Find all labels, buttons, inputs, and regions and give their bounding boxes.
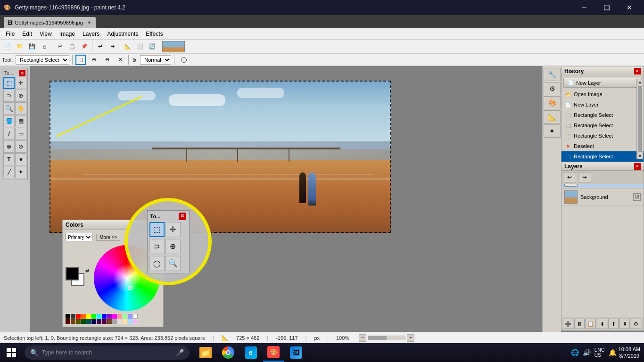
tool-selector[interactable]: Rectangle Select: [16, 55, 69, 65]
purple-swatch[interactable]: [107, 314, 112, 319]
p2-5[interactable]: [86, 319, 91, 324]
taskbar-app-edge[interactable]: e: [240, 343, 261, 362]
orange-swatch[interactable]: [81, 314, 86, 319]
black-swatch[interactable]: [66, 314, 70, 319]
eraser-tool[interactable]: ▭: [15, 128, 26, 140]
move-layer-up-button[interactable]: ⬆: [608, 319, 619, 329]
search-bar[interactable]: 🔍 Type here to search 🎤: [25, 346, 190, 360]
selection-mode-replace[interactable]: ⬚: [75, 55, 86, 65]
right-tb-3[interactable]: 🎨: [544, 96, 561, 109]
pan-tool[interactable]: ✋: [15, 102, 26, 115]
p2-13[interactable]: [128, 319, 132, 324]
close-button[interactable]: ✕: [619, 0, 640, 15]
selection-mode-subtract[interactable]: ⊖: [102, 55, 112, 65]
history-scrollbar[interactable]: ▲ ▼: [636, 79, 643, 159]
p2-9[interactable]: [107, 319, 112, 324]
p2-7[interactable]: [97, 319, 101, 324]
history-rect-select-1[interactable]: ⬚ Rectangle Select: [561, 110, 644, 120]
clone-stamp-tool[interactable]: ⊗: [3, 140, 15, 153]
zoomed-lasso[interactable]: ⊃: [149, 239, 165, 254]
tab-dropdown[interactable]: ▼: [87, 20, 92, 25]
history-rect-select-3[interactable]: ⬚ Rectangle Select: [561, 131, 644, 141]
p2-14[interactable]: [133, 319, 138, 324]
history-close-button[interactable]: ✕: [634, 68, 641, 74]
move-selection-tool[interactable]: ⊕: [15, 90, 26, 102]
scrollbar-down-arrow[interactable]: ▼: [637, 153, 643, 159]
new-file-button[interactable]: 📄: [2, 41, 13, 52]
blue-swatch[interactable]: [102, 314, 107, 319]
recolor-tool[interactable]: ⊘: [15, 140, 26, 153]
merge-layer-button[interactable]: ⬇: [597, 319, 607, 329]
zoomed-ellipse[interactable]: ◯: [149, 256, 165, 271]
red-swatch[interactable]: [76, 314, 81, 319]
menu-edit[interactable]: Edit: [18, 28, 36, 39]
gradient-tool[interactable]: ▤: [15, 115, 26, 127]
scrollbar-up-arrow[interactable]: ▲: [637, 79, 643, 85]
light-red-swatch[interactable]: [117, 314, 122, 319]
p2-4[interactable]: [81, 319, 86, 324]
taskbar-app-fileexplorer[interactable]: 📁: [195, 343, 216, 362]
network-icon[interactable]: 🌐: [571, 349, 579, 356]
zoomed-rect-select[interactable]: ⬚: [149, 222, 165, 237]
antialias-btn[interactable]: ◯: [177, 54, 190, 66]
zoomed-move[interactable]: ✛: [165, 222, 181, 237]
zoomed-close-btn[interactable]: ✕: [179, 213, 186, 220]
p2-6[interactable]: [91, 319, 96, 324]
zoom-tool[interactable]: 🔍: [3, 102, 15, 115]
pink-swatch[interactable]: [112, 314, 117, 319]
battery-icon[interactable]: ENGUS: [594, 347, 605, 358]
shapes-tool[interactable]: ★: [15, 153, 26, 165]
menu-adjustments[interactable]: Adjustments: [103, 28, 142, 39]
toolbox-close-button[interactable]: ✕: [19, 70, 25, 76]
dark-gray-swatch[interactable]: [71, 314, 75, 319]
volume-icon[interactable]: 🔊: [583, 349, 591, 356]
redo-button[interactable]: ↪: [107, 41, 118, 52]
rotate-button[interactable]: 🔄: [147, 41, 158, 52]
p2-2[interactable]: [71, 319, 75, 324]
layer-properties-button[interactable]: ⚙: [631, 319, 641, 329]
taskbar-app-chrome[interactable]: [218, 343, 239, 362]
paste-button[interactable]: 📌: [79, 41, 90, 52]
undo-button[interactable]: ↩: [94, 41, 106, 52]
zoom-slider[interactable]: [368, 336, 405, 340]
rect-select-tool[interactable]: ⬚: [3, 77, 15, 89]
selection-mode-add[interactable]: ⊕: [89, 55, 99, 65]
taskbar-app-photos[interactable]: 🖼: [286, 343, 306, 362]
zoom-out-button[interactable]: −: [359, 334, 366, 342]
duplicate-layer-button[interactable]: 📋: [586, 319, 596, 329]
start-button[interactable]: [0, 343, 23, 362]
line-tool[interactable]: ╱: [3, 166, 15, 178]
selection-mode-intersect[interactable]: ⊗: [115, 55, 125, 65]
print-button[interactable]: 🖨: [39, 41, 50, 52]
blend-mode-select[interactable]: Normal: [140, 55, 171, 65]
move-layer-down-button[interactable]: ⬇: [619, 319, 630, 329]
menu-layers[interactable]: Layers: [79, 28, 103, 39]
green-swatch[interactable]: [91, 314, 96, 319]
search-placeholder[interactable]: Type here to search: [42, 349, 172, 356]
p2-3[interactable]: [76, 319, 81, 324]
lasso-tool[interactable]: ⊃: [3, 90, 15, 102]
menu-view[interactable]: View: [36, 28, 56, 39]
open-button[interactable]: 📁: [14, 41, 25, 52]
p2-8[interactable]: [102, 319, 107, 324]
history-rect-select-2[interactable]: ⬚ Rectangle Select: [561, 120, 644, 131]
swap-colors-icon[interactable]: ⇄: [85, 268, 89, 273]
p2-11[interactable]: [117, 319, 122, 324]
menu-file[interactable]: File: [2, 28, 18, 39]
minimize-button[interactable]: ─: [573, 0, 595, 15]
save-button[interactable]: 💾: [26, 41, 38, 52]
scrollbar-thumb[interactable]: [638, 86, 642, 152]
history-deselect[interactable]: ✕ Deselect: [561, 141, 644, 151]
zoomed-zoom[interactable]: 🔍: [165, 256, 181, 271]
canvas-image[interactable]: [50, 81, 391, 233]
redo-history-button[interactable]: ↪: [578, 172, 591, 182]
system-clock[interactable]: 10:08 AM 8/7/2019: [619, 346, 640, 360]
yellow-swatch[interactable]: [86, 314, 91, 319]
p2-1[interactable]: [66, 319, 70, 324]
p2-10[interactable]: [112, 319, 117, 324]
layer-item-background[interactable]: Background ☑: [561, 189, 644, 206]
p2-12[interactable]: [123, 319, 127, 324]
light-green-swatch[interactable]: [123, 314, 127, 319]
teal-swatch[interactable]: [97, 314, 101, 319]
menu-image[interactable]: Image: [56, 28, 79, 39]
